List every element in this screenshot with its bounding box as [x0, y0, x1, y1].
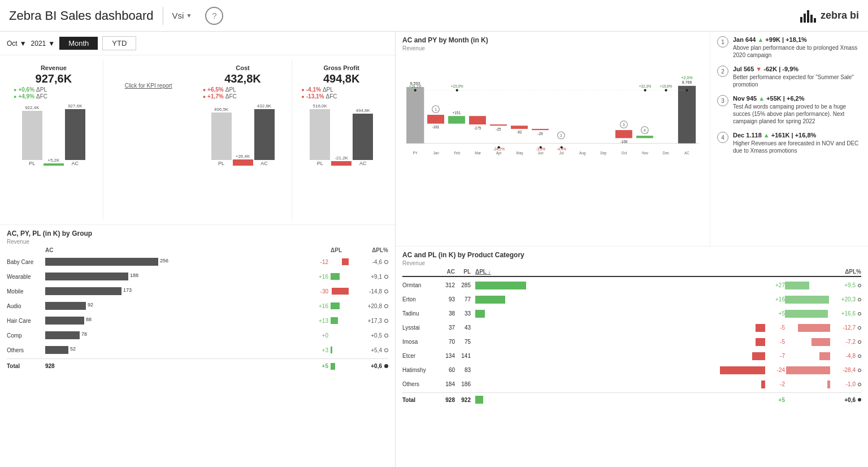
annotation-content: Dec 1.118 ▲ +161K | +16,8% Higher Revenu…: [733, 132, 861, 154]
annotations-panel: 1 Jan 644 ▲ +99K | +18,1% Above plan per…: [710, 32, 868, 246]
annotation-title: Jul 565 ▼ -62K | -9,9%: [733, 66, 861, 72]
svg-text:AC: AC: [684, 151, 689, 155]
svg-point-17: [665, 89, 667, 92]
product-row: Etcer 134 141 -7 -4,8: [402, 349, 861, 363]
app-header: Zebra BI Sales dashboard Vsi ▼ ? zebra b…: [0, 0, 868, 32]
product-row: Ormtan 312 285 +27 +9,5: [402, 278, 861, 292]
annotation-content: Nov 945 ▲ +55K | +6,2% Test Ad words cam…: [733, 95, 861, 125]
kpi-link[interactable]: Click for KPI report: [125, 83, 172, 89]
svg-rect-30: [511, 126, 528, 129]
app-title: Zebra BI Sales dashboard: [9, 8, 154, 23]
annotation-item: 1 Jan 644 ▲ +99K | +18,1% Above plan per…: [717, 36, 861, 59]
svg-text:8.766: 8.766: [682, 80, 692, 85]
group-chart-section: AC, PY, PL (in K) by Group Revenue AC ΔP…: [0, 225, 395, 467]
svg-text:+23,0%: +23,0%: [451, 84, 463, 88]
header-divider: [163, 7, 163, 25]
main-content: Oct ▼ 2021 ▼ Month YTD Revenue 927,6K ● …: [0, 32, 868, 467]
svg-text:2: 2: [560, 133, 562, 137]
svg-point-15: [456, 89, 458, 92]
annotation-title: Dec 1.118 ▲ +161K | +16,8%: [733, 132, 861, 139]
svg-rect-32: [532, 129, 549, 130]
waterfall-chart-area: 8.5938.766+2,0%+18,1%+23,0%-24,2%-3,9%-4…: [402, 54, 703, 229]
svg-text:Sep: Sep: [600, 151, 607, 155]
annotation-number: 4: [717, 132, 728, 143]
product-chart-subtitle: Revenue: [402, 260, 861, 266]
month-value: Oct: [7, 40, 18, 47]
svg-text:4: 4: [644, 128, 646, 132]
annotation-content: Jan 644 ▲ +99K | +18,1% Above plan perfo…: [733, 36, 861, 59]
ac-py-chart: AC and PY by Month (in K) Revenue 8.5938…: [396, 32, 710, 246]
product-chart-title: AC and PL (in K) by Product Category: [402, 251, 861, 259]
product-chart-section: AC and PL (in K) by Product Category Rev…: [396, 247, 868, 467]
svg-point-21: [561, 146, 563, 149]
svg-text:+32,3%: +32,3%: [639, 84, 652, 88]
year-filter[interactable]: 2021 ▼: [31, 40, 55, 47]
svg-text:-181: -181: [432, 125, 440, 129]
product-row: Others 184 186 -2 -1,0: [402, 377, 861, 391]
svg-text:+16,8%: +16,8%: [660, 84, 672, 88]
annotation-text: Above plan performance due to prolonged …: [733, 44, 861, 59]
svg-point-19: [498, 146, 500, 149]
svg-text:+18,1%: +18,1%: [409, 84, 422, 88]
ac-py-subtitle: Revenue: [402, 45, 703, 51]
product-total-row: Total 928 922 +5 +0,6: [402, 392, 861, 407]
month-filter[interactable]: Oct ▼: [7, 40, 27, 47]
group-table: AC ΔPL ΔPL% Baby Care 256 -12 -4,6 Weara…: [7, 247, 388, 373]
annotation-number: 3: [717, 95, 728, 106]
left-panel: Oct ▼ 2021 ▼ Month YTD Revenue 927,6K ● …: [0, 32, 396, 467]
svg-rect-24: [448, 116, 465, 124]
annotation-content: Jul 565 ▼ -62K | -9,9% Better performanc…: [733, 66, 861, 88]
filter-dropdown[interactable]: Vsi ▼: [172, 11, 192, 20]
filter-value: Vsi: [172, 11, 184, 20]
product-row: Erton 93 77 +16 +20,3: [402, 292, 861, 306]
product-row: Hatimshy 60 83 -24 -28,4: [402, 363, 861, 377]
annotation-title: Jan 644 ▲ +99K | +18,1%: [733, 36, 861, 43]
logo: zebra bi: [800, 9, 859, 23]
svg-point-16: [644, 89, 646, 92]
year-value: 2021: [31, 40, 46, 47]
kpi-section: Revenue 927,6K ● +0,6% ΔPL ● +4,9% ΔFC 9…: [0, 55, 395, 225]
svg-text:+151: +151: [453, 111, 461, 115]
svg-text:May: May: [517, 151, 524, 155]
month-button[interactable]: Month: [59, 37, 98, 50]
annotation-text: Better performance expected for "Summer …: [733, 73, 861, 88]
svg-rect-22: [427, 115, 444, 124]
date-controls: Oct ▼ 2021 ▼ Month YTD: [0, 32, 395, 55]
svg-text:Aug: Aug: [579, 151, 586, 155]
svg-text:+2,0%: +2,0%: [681, 76, 693, 80]
svg-text:-62: -62: [517, 130, 522, 134]
svg-text:Jan: Jan: [433, 151, 440, 155]
kpi-grossprofit: Gross Profit 494,8K ● -4,1% ΔPL ● -13,1%…: [292, 60, 390, 220]
svg-rect-36: [636, 136, 653, 138]
svg-text:-25: -25: [496, 127, 501, 131]
svg-text:-175: -175: [474, 126, 481, 130]
svg-text:Oct: Oct: [622, 151, 627, 155]
svg-rect-34: [615, 130, 632, 138]
annotation-text: Test Ad words campaing proved to be a hu…: [733, 103, 861, 125]
product-row: Tadinu 38 33 +5 +16,6: [402, 306, 861, 321]
svg-rect-28: [490, 124, 507, 126]
svg-text:PY: PY: [413, 151, 418, 155]
svg-point-20: [540, 146, 542, 149]
ytd-button[interactable]: YTD: [102, 36, 136, 50]
annotation-number: 1: [717, 36, 728, 47]
right-panel: AC and PY by Month (in K) Revenue 8.5938…: [396, 32, 868, 467]
annotation-item: 3 Nov 945 ▲ +55K | +6,2% Test Ad words c…: [717, 95, 861, 125]
svg-text:3: 3: [623, 123, 625, 127]
logo-bars-icon: [800, 9, 816, 23]
filter-arrow-icon: ▼: [186, 12, 192, 19]
kpi-link-area: Click for KPI report: [103, 60, 194, 220]
help-button[interactable]: ?: [205, 7, 223, 25]
svg-text:-29: -29: [537, 132, 543, 136]
svg-text:-166: -166: [620, 140, 627, 144]
annotation-text: Higher Revenues are forecasted in NOV an…: [733, 140, 861, 154]
svg-text:Jul: Jul: [559, 151, 564, 155]
annotation-title: Nov 945 ▲ +55K | +6,2%: [733, 95, 861, 102]
product-row: Lysstai 37 43 -5 -12,7: [402, 321, 861, 335]
svg-text:Nov: Nov: [642, 151, 649, 155]
svg-text:Feb: Feb: [454, 151, 460, 155]
svg-text:Jun: Jun: [538, 151, 544, 155]
group-chart-subtitle: Revenue: [7, 239, 388, 245]
ac-py-title: AC and PY by Month (in K): [402, 36, 703, 44]
svg-rect-1: [406, 87, 424, 144]
